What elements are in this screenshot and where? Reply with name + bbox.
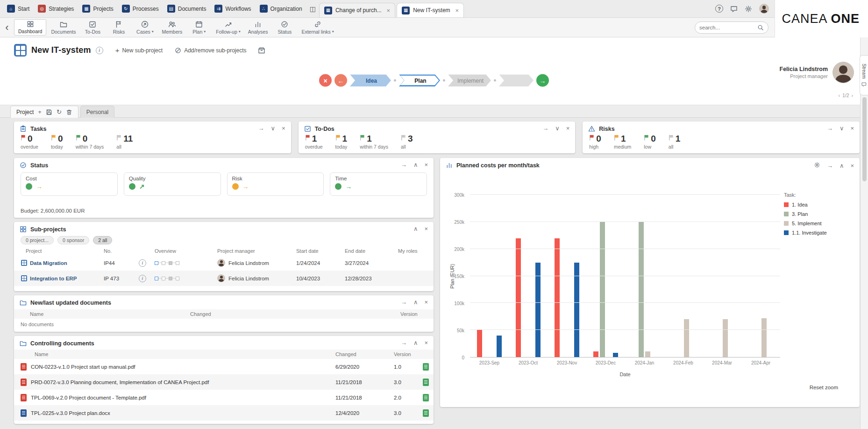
user-avatar[interactable] [759, 4, 769, 14]
bar[interactable] [613, 353, 618, 357]
popout-icon[interactable]: → [401, 299, 407, 305]
popout-icon[interactable]: → [827, 125, 833, 131]
stat-today[interactable]: 1 today [335, 134, 348, 150]
popout-icon[interactable]: → [401, 340, 407, 346]
collapse-icon[interactable]: ∧ [413, 162, 418, 168]
bar[interactable] [645, 351, 650, 357]
step-implement[interactable]: Implement [448, 74, 491, 86]
info-icon[interactable]: i [139, 259, 146, 267]
legend-item[interactable]: 5. Implement [784, 221, 853, 226]
popout-icon[interactable]: → [542, 125, 548, 131]
stat-overdue[interactable]: 0 overdue [21, 134, 38, 150]
flow-back-button[interactable]: ← [334, 74, 347, 87]
step-empty[interactable] [499, 74, 534, 86]
toolbar-status[interactable]: Status [271, 18, 298, 37]
document-link[interactable]: PRD-0072-v.3.0 Planning document, Implem… [21, 379, 335, 386]
bar[interactable] [535, 263, 541, 357]
bar[interactable] [761, 318, 767, 357]
reset-zoom-button[interactable]: Reset zoom [810, 385, 838, 390]
chart-settings-gear-icon[interactable] [814, 162, 820, 169]
status-time[interactable]: Time → [330, 172, 427, 196]
tab-start[interactable]: ⌂Start [3, 0, 34, 17]
archive-box-icon[interactable] [258, 47, 265, 54]
stat-within-7-days[interactable]: 0 within 7 days [76, 134, 104, 150]
collapse-icon[interactable]: ∧ [840, 163, 844, 169]
add-widget-icon[interactable]: + [38, 109, 42, 115]
bar[interactable] [723, 319, 728, 357]
filter-chip-project[interactable]: 0 project... [21, 236, 54, 244]
stream-panel-toggle[interactable]: Stream [860, 55, 868, 95]
stat-low[interactable]: 0 low [644, 134, 656, 150]
toolbar-external-links[interactable]: External links▾ [298, 18, 337, 37]
flow-forward-button[interactable]: → [536, 74, 549, 87]
collapse-icon[interactable]: ∧ [413, 299, 418, 305]
stat-high[interactable]: 0 high [589, 134, 601, 150]
filter-chip-sponsor[interactable]: 0 sponsor [57, 236, 89, 244]
document-link[interactable]: TPL-0225-v.3.0 Project plan.docx [21, 409, 335, 417]
settings-gear-icon[interactable] [745, 5, 752, 13]
popout-icon[interactable]: → [258, 125, 264, 131]
status-cost[interactable]: Cost → [21, 172, 118, 196]
collapse-icon[interactable]: ∧ [413, 340, 418, 346]
document-row[interactable]: PRD-0072-v.3.0 Planning document, Implem… [14, 374, 434, 390]
toolbar-dashboard[interactable]: Dashboard [14, 19, 46, 36]
stat-all[interactable]: 11 all [116, 134, 133, 150]
tab-personal-view[interactable]: Personal [80, 106, 114, 118]
stat-overdue[interactable]: 1 overdue [305, 134, 323, 150]
help-icon[interactable]: ? [715, 5, 723, 13]
close-icon[interactable]: × [850, 125, 854, 131]
version-doc-icon[interactable] [423, 363, 429, 371]
save-view-icon[interactable] [46, 109, 52, 115]
bar[interactable] [497, 336, 502, 357]
tab-documents[interactable]: ▤Documents [163, 0, 211, 17]
collapse-icon[interactable]: ∧ [413, 226, 418, 232]
pager-prev-icon[interactable]: ‹ [838, 93, 840, 98]
info-icon[interactable]: i [96, 47, 103, 54]
popout-icon[interactable]: → [401, 162, 407, 168]
bar[interactable] [639, 222, 644, 357]
close-icon[interactable]: × [850, 163, 854, 169]
stat-within-7-days[interactable]: 1 within 7 days [360, 134, 388, 150]
close-icon[interactable]: × [424, 226, 428, 232]
tab-strategies[interactable]: ◎Strategies [34, 0, 78, 17]
pager-next-icon[interactable]: › [852, 93, 854, 98]
bar[interactable] [574, 263, 579, 357]
document-row[interactable]: TPL-0069-v.2.0 Project document - Templa… [14, 390, 434, 405]
delete-view-icon[interactable] [66, 109, 72, 115]
stat-all[interactable]: 3 all [401, 134, 413, 150]
tab-projects[interactable]: ▦Projects [78, 0, 117, 17]
popout-icon[interactable]: → [827, 163, 833, 169]
tab-processes[interactable]: ↻Processes [118, 0, 163, 17]
collapse-icon[interactable]: ∨ [271, 125, 276, 131]
back-button[interactable]: ‹ [1, 18, 13, 37]
bar[interactable] [684, 319, 689, 357]
toolbar-todos[interactable]: To-Dos [79, 18, 106, 37]
document-row[interactable]: TPL-0225-v.3.0 Project plan.docx 12/4/20… [14, 405, 434, 421]
status-risk[interactable]: Risk → [227, 172, 324, 196]
version-doc-icon[interactable] [423, 394, 429, 401]
bar[interactable] [516, 238, 521, 357]
add-remove-subprojects-button[interactable]: Add/remove sub-projects [175, 47, 246, 54]
legend-item[interactable]: 1. Idea [784, 202, 853, 207]
toolbar-members[interactable]: Members [158, 18, 186, 37]
toolbar-risks[interactable]: Risks [106, 18, 132, 37]
legend-item[interactable]: 1.1. Investigate [784, 230, 853, 236]
refresh-view-icon[interactable]: ↻ [57, 109, 62, 115]
document-row[interactable]: CON-0223-v.1.0 Project start up manual.p… [14, 359, 434, 374]
close-icon[interactable]: × [282, 125, 285, 131]
toolbar-analyses[interactable]: Analyses [244, 18, 272, 37]
toolbar-documents[interactable]: Documents [47, 18, 79, 37]
step-plan[interactable]: Plan [399, 74, 440, 86]
collapse-icon[interactable]: ∨ [555, 125, 560, 131]
close-icon[interactable]: × [424, 299, 428, 305]
search-icon[interactable] [757, 24, 764, 31]
bar[interactable] [477, 330, 482, 357]
tab-workflows[interactable]: ⇉Workflows [210, 0, 255, 17]
filter-chip-all[interactable]: 2 all [93, 236, 112, 244]
table-row[interactable]: Integration to ERP IP 473 i Felicia Lind… [14, 271, 434, 286]
window-list-button[interactable]: ◫ [306, 0, 319, 17]
info-icon[interactable]: i [139, 275, 146, 282]
step-idea[interactable]: Idea [350, 74, 391, 86]
collapse-icon[interactable]: ∨ [840, 125, 844, 131]
version-doc-icon[interactable] [423, 409, 429, 417]
